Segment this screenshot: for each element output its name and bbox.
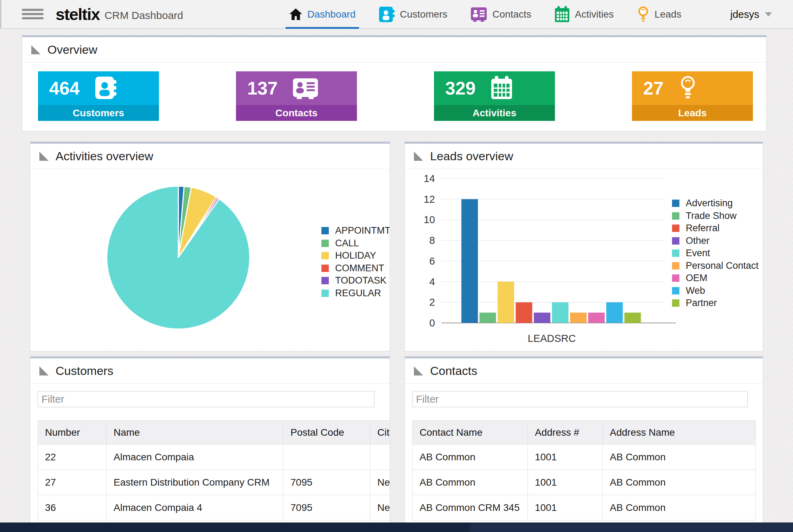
- legend-swatch: [321, 277, 329, 284]
- panel-title: Overview: [47, 43, 97, 57]
- legend-label: APPOINTMT: [335, 225, 390, 236]
- bar-chart-legend: AdvertisingTrade ShowReferralOtherEventP…: [672, 197, 759, 310]
- collapse-triangle-icon: [31, 45, 40, 54]
- stat-card-activities[interactable]: 329 Activities: [434, 71, 555, 121]
- user-menu[interactable]: jdesys: [730, 0, 772, 29]
- tab-customers[interactable]: Customers: [379, 0, 447, 29]
- contacts-table-wrap: Contact NameAddress #Address NameAB Comm…: [412, 420, 763, 520]
- table-row[interactable]: AB Common CRM 3451001AB Common: [413, 495, 756, 520]
- legend-label: Referral: [686, 223, 720, 234]
- tab-contacts[interactable]: Contacts: [471, 0, 531, 29]
- contacts-filter-input[interactable]: [412, 391, 748, 407]
- tab-leads[interactable]: Leads: [637, 0, 681, 29]
- column-header[interactable]: Name: [107, 421, 283, 445]
- table-header-row: Contact NameAddress #Address Name: [413, 421, 756, 445]
- legend-label: Partner: [686, 298, 717, 309]
- y-axis-tick: 4: [429, 276, 435, 287]
- legend-swatch: [321, 265, 329, 272]
- stat-value: 464: [49, 78, 80, 99]
- calendar-icon: [491, 76, 513, 100]
- legend-swatch: [672, 262, 679, 270]
- hamburger-menu-icon[interactable]: [22, 7, 44, 21]
- contacts-table: Contact NameAddress #Address NameAB Comm…: [412, 420, 756, 520]
- table-cell: 22: [38, 445, 107, 470]
- column-header[interactable]: Number: [38, 421, 107, 445]
- column-header[interactable]: Address Name: [603, 421, 756, 445]
- contacts-panel: Contacts Contact NameAddress #Address Na…: [404, 356, 763, 523]
- chevron-down-icon: [765, 12, 772, 17]
- column-header[interactable]: Contact Name: [413, 421, 528, 445]
- table-cell: [283, 445, 370, 470]
- stat-value: 329: [445, 78, 476, 99]
- panel-title: Contacts: [430, 364, 477, 378]
- customers-panel-header[interactable]: Customers: [30, 358, 390, 384]
- home-icon: [289, 8, 302, 21]
- y-axis-tick: 12: [424, 194, 435, 205]
- collapse-triangle-icon: [414, 366, 423, 376]
- window-footer: [0, 523, 793, 532]
- lightbulb-icon: [678, 75, 697, 101]
- leads-bar-chart: 02468101214LEADSRC: [414, 173, 688, 350]
- bar-8: [606, 302, 623, 323]
- collapse-triangle-icon: [414, 152, 423, 161]
- table-row[interactable]: 27Eastern Distribution Company CRM7095Ne: [38, 470, 390, 495]
- stat-value: 137: [247, 78, 278, 99]
- table-cell: Almacen Compaia 4: [107, 495, 283, 520]
- table-cell: AB Common: [413, 445, 528, 470]
- legend-label: Advertising: [686, 198, 733, 209]
- legend-label: OEM: [686, 273, 708, 284]
- overview-panel: Overview 464 Customers 137: [22, 35, 767, 131]
- bar-2: [498, 282, 514, 323]
- legend-label: Event: [686, 248, 710, 259]
- tab-activities[interactable]: Activities: [555, 0, 614, 29]
- top-navbar: steltix CRM Dashboard Dashboard Customer…: [0, 0, 793, 29]
- legend-label: CALL: [335, 238, 359, 249]
- tab-label: Activities: [575, 9, 614, 20]
- legend-label: Trade Show: [686, 210, 737, 221]
- column-header[interactable]: City: [370, 421, 390, 445]
- table-cell: AB Common: [603, 445, 756, 470]
- column-header[interactable]: Address #: [528, 421, 603, 445]
- stat-card-customers[interactable]: 464 Customers: [38, 71, 159, 121]
- legend-item: Referral: [672, 222, 759, 235]
- leads-panel-header[interactable]: Leads overview: [405, 144, 763, 169]
- column-header[interactable]: Postal Code: [283, 421, 370, 445]
- activities-panel-header[interactable]: Activities overview: [30, 144, 390, 169]
- legend-item: CALL: [321, 237, 390, 250]
- tab-label: Contacts: [492, 9, 531, 20]
- legend-label: TODOTASK: [335, 275, 386, 286]
- legend-item: Event: [672, 247, 759, 260]
- activities-overview-panel: Activities overview APPOINTMTCALLHOLIDAY…: [30, 142, 390, 351]
- legend-item: Personal Contact: [672, 260, 759, 272]
- stat-card-leads[interactable]: 27 Leads: [632, 71, 753, 121]
- legend-swatch: [672, 249, 679, 257]
- legend-swatch: [321, 290, 329, 297]
- table-row[interactable]: 22Almacen Compaia: [38, 445, 390, 470]
- overview-panel-header[interactable]: Overview: [22, 37, 766, 63]
- table-row[interactable]: AB Common1001AB Common: [413, 470, 756, 495]
- stat-label: Customers: [38, 105, 159, 121]
- bar-4: [534, 313, 550, 323]
- panel-title: Customers: [56, 364, 113, 378]
- table-row[interactable]: AB Common1001AB Common: [413, 445, 756, 470]
- stat-value: 27: [643, 78, 664, 99]
- legend-label: Personal Contact: [686, 260, 759, 271]
- tab-dashboard[interactable]: Dashboard: [289, 0, 356, 29]
- legend-swatch: [672, 299, 679, 307]
- legend-item: OEM: [672, 272, 759, 285]
- address-card-icon: [471, 6, 487, 22]
- legend-item: Web: [672, 285, 759, 297]
- contacts-panel-header[interactable]: Contacts: [405, 358, 763, 384]
- user-name: jdesys: [730, 9, 759, 20]
- address-book-icon: [95, 76, 117, 100]
- stat-label: Leads: [632, 105, 753, 121]
- app-title: CRM Dashboard: [104, 7, 183, 21]
- table-cell: 1001: [528, 495, 603, 520]
- table-cell: AB Common: [603, 495, 756, 520]
- customers-filter-input[interactable]: [38, 391, 375, 407]
- legend-swatch: [672, 274, 679, 282]
- stat-card-contacts[interactable]: 137 Contacts: [236, 71, 357, 121]
- table-row[interactable]: 36Almacen Compaia 47095Ne: [38, 495, 390, 520]
- legend-swatch: [672, 287, 679, 294]
- table-cell: 7095: [283, 470, 370, 495]
